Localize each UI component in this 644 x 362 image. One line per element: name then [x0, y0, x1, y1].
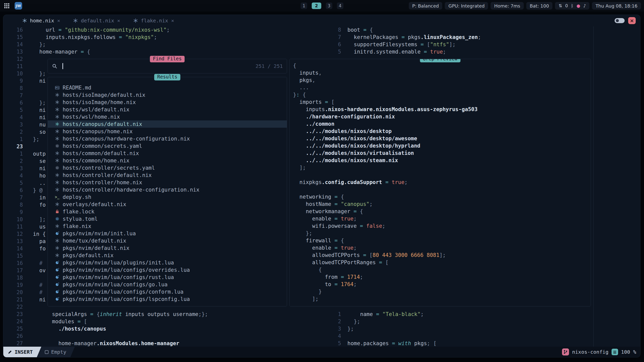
code-text: wifi.powersave = false;: [293, 222, 385, 230]
yaml-icon: [54, 166, 60, 170]
code-text: ];: [293, 295, 318, 303]
workspace-button-2[interactable]: 2: [312, 3, 321, 9]
lua-icon: [54, 268, 60, 272]
buffer-state: Empty: [36, 347, 75, 357]
result-item[interactable]: hosts/wsl/home.nix: [48, 113, 287, 120]
preview-line: to = 1764;: [293, 281, 591, 288]
result-item[interactable]: flake.nix: [48, 222, 287, 230]
preview-line: allowedTCPPorts = [80 443 3000 6666 8081…: [293, 252, 591, 259]
result-item[interactable]: home/tux/default.nix: [48, 237, 287, 244]
status-chip-latency-status: Home: 7ms: [491, 2, 524, 10]
code-line: 8boot = {: [322, 26, 481, 34]
result-item[interactable]: hosts/controller/secrets.yaml: [48, 164, 287, 171]
system-tray[interactable]: ⇅0ᛒ●♪: [555, 2, 589, 10]
result-item[interactable]: hosts/isoImage/default.nix: [48, 91, 287, 99]
telescope-prompt[interactable]: Find Files 251 / 251: [48, 59, 287, 73]
line-number: 8: [322, 26, 341, 34]
right-bottom-editor-pane[interactable]: 1 name = "Tela-black";2 };3};45home.pack…: [322, 311, 436, 347]
code-line: 5 initrd.systemd.enable = true;: [322, 48, 481, 56]
tab-home.nix[interactable]: home.nix×: [16, 15, 67, 26]
code-text: ...: [293, 84, 309, 91]
code-text: inputs.nixpkgs.follows = "nixpkgs";: [33, 34, 157, 41]
network-icon: ⇅: [558, 3, 562, 8]
result-item[interactable]: pkgs/nvim/nvim/lua/configs/conform.lua: [48, 288, 287, 295]
preview-line: ../../modules/nixos/virtualisation: [293, 150, 591, 157]
lua-icon: [54, 261, 60, 264]
line-number: 12: [3, 231, 23, 238]
result-item[interactable]: pkgs/nvim/nvim/lua/configs/lspconfig.lua: [48, 295, 287, 303]
result-item[interactable]: hosts/common/home.nix: [48, 157, 287, 164]
line-number: 19: [3, 282, 23, 289]
preview-line: ];: [293, 295, 591, 303]
right-top-editor-pane[interactable]: 8boot = {7 kernelPackages = pkgs.linuxPa…: [322, 26, 481, 56]
result-label: hosts/wsl/default.nix: [63, 107, 130, 113]
line-number: 11: [3, 223, 23, 231]
result-item[interactable]: hosts/controller/hardware-configuration.…: [48, 186, 287, 193]
result-item[interactable]: >_deploy.sh: [48, 193, 287, 201]
result-item[interactable]: pkgs/nvim/nvim/lua/plugins/init.lua: [48, 259, 287, 266]
result-label: flake.lock: [63, 209, 94, 215]
line-number: 1: [3, 150, 23, 158]
preview-line: networkmanager = {: [293, 208, 591, 215]
telescope-results[interactable]: Results README.mdhosts/isoImage/default.…: [48, 77, 287, 306]
result-item[interactable]: hosts/common/secrets.yaml: [48, 142, 287, 150]
result-item[interactable]: hosts/isoImage/home.nix: [48, 99, 287, 106]
preview-line: hostName = "canopus";: [293, 201, 591, 208]
logo-badge[interactable]: JW: [15, 2, 22, 10]
result-item[interactable]: hosts/common/default.nix: [48, 150, 287, 157]
code-text: url = "github:nix-community/nixos-wsl";: [33, 26, 170, 34]
nix-icon: [54, 158, 60, 163]
code-text: from = 1714;: [293, 274, 363, 281]
result-item[interactable]: flake.lock: [48, 208, 287, 215]
code-text: ../../modules/nixos/desktop/hyprland: [293, 142, 420, 150]
app-launcher-icon[interactable]: [3, 2, 11, 10]
scroll-progress: 100 %: [621, 349, 636, 355]
code-text: home-manager.nixosModules.home-manager: [33, 340, 179, 347]
result-label: deploy.sh: [63, 194, 91, 200]
workspace-button-1[interactable]: 1: [301, 3, 307, 9]
workspace-button-4[interactable]: 4: [337, 3, 343, 9]
editor-area[interactable]: 16 url = "github:nix-community/nixos-wsl…: [3, 26, 640, 347]
code-text: ov: [33, 267, 46, 274]
preview-line: firewall = {: [293, 237, 591, 244]
tab-default.nix[interactable]: default.nix×: [67, 15, 127, 26]
line-number: 9: [3, 77, 23, 85]
tab-close-icon[interactable]: ×: [171, 18, 174, 24]
result-item[interactable]: README.md: [48, 84, 287, 91]
preview-line: {: [293, 266, 591, 274]
result-label: pkgs/nvim/nvim/lua/configs/rust.lua: [63, 274, 174, 280]
nix-icon: [54, 246, 60, 250]
result-item[interactable]: hosts/controller/home.nix: [48, 179, 287, 186]
result-item[interactable]: hosts/canopus/hardware-configuration.nix: [48, 135, 287, 142]
code-text: to = 1764;: [293, 281, 357, 288]
workspace-button-3[interactable]: 3: [326, 3, 332, 9]
tab-close-icon[interactable]: ×: [117, 18, 120, 24]
result-item[interactable]: stylua.toml: [48, 215, 287, 222]
result-item[interactable]: overlays/default.nix: [48, 201, 287, 208]
toggle-pill[interactable]: [615, 18, 625, 23]
code-text: allowedTCPPortRanges = [: [293, 259, 388, 266]
lua-icon: [54, 297, 60, 301]
result-item[interactable]: pkgs/default.nix: [48, 252, 287, 259]
result-item[interactable]: pkgs/nvim/nvim/lua/configs/overrides.lua: [48, 266, 287, 274]
code-text: enable = true;: [293, 244, 357, 252]
result-item[interactable]: pkgs/nvim/default.nix: [48, 244, 287, 252]
tab-flake.nix[interactable]: flake.nix×: [127, 15, 181, 26]
result-item[interactable]: hosts/canopus/home.nix: [48, 128, 287, 135]
result-item[interactable]: pkgs/nvim/nvim/lua/configs/go.lua: [48, 281, 287, 288]
line-number: 23: [3, 143, 23, 150]
code-text: pa: [33, 238, 46, 245]
tabs: home.nix×default.nix×flake.nix×: [16, 15, 181, 26]
result-label: pkgs/nvim/nvim/lua/configs/overrides.lua: [63, 267, 190, 273]
line-number: 7: [322, 34, 341, 41]
result-item[interactable]: hosts/wsl/default.nix: [48, 106, 287, 113]
result-item[interactable]: hosts/canopus/default.nix: [48, 120, 287, 128]
code-text: so: [33, 128, 46, 136]
result-item[interactable]: pkgs/nvim/nvim/lua/configs/rust.lua: [48, 274, 287, 281]
result-item[interactable]: hosts/controller/default.nix: [48, 171, 287, 179]
window-close-button[interactable]: ×: [628, 17, 636, 24]
code-text: {: [293, 266, 322, 274]
code-text: in: [33, 194, 46, 201]
result-item[interactable]: pkgs/nvim/nvim/init.lua: [48, 230, 287, 237]
tab-close-icon[interactable]: ×: [57, 18, 60, 24]
